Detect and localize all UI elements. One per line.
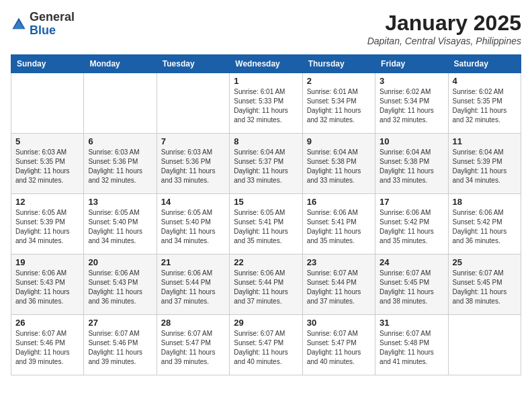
day-number: 12 [15,197,79,207]
calendar-cell: 14Sunrise: 6:05 AMSunset: 5:40 PMDayligh… [157,194,229,255]
day-info: Sunrise: 6:02 AMSunset: 5:35 PMDaylight:… [453,87,517,125]
day-info: Sunrise: 6:07 AMSunset: 5:47 PMDaylight:… [161,329,225,367]
day-number: 30 [307,318,371,328]
calendar-cell: 13Sunrise: 6:05 AMSunset: 5:40 PMDayligh… [84,194,157,255]
day-info: Sunrise: 6:07 AMSunset: 5:46 PMDaylight:… [15,329,79,367]
day-info: Sunrise: 6:06 AMSunset: 5:44 PMDaylight:… [161,269,225,306]
logo-blue-text: Blue [30,24,56,37]
calendar-cell: 30Sunrise: 6:07 AMSunset: 5:47 PMDayligh… [302,315,375,375]
col-header-thursday: Thursday [302,55,375,73]
day-info: Sunrise: 6:06 AMSunset: 5:41 PMDaylight:… [307,208,371,246]
calendar-cell: 24Sunrise: 6:07 AMSunset: 5:45 PMDayligh… [375,255,448,315]
day-number: 3 [380,76,443,86]
calendar-cell: 19Sunrise: 6:06 AMSunset: 5:43 PMDayligh… [11,255,84,315]
day-info: Sunrise: 6:05 AMSunset: 5:40 PMDaylight:… [161,208,225,246]
calendar-header-row: SundayMondayTuesdayWednesdayThursdayFrid… [11,55,521,73]
day-number: 23 [307,257,371,267]
calendar-cell: 8Sunrise: 6:04 AMSunset: 5:37 PMDaylight… [230,134,302,194]
calendar-week-row: 5Sunrise: 6:03 AMSunset: 5:35 PMDaylight… [11,134,521,194]
col-header-tuesday: Tuesday [157,55,229,73]
calendar-week-row: 19Sunrise: 6:06 AMSunset: 5:43 PMDayligh… [11,255,521,315]
day-number: 29 [234,318,298,328]
day-number: 8 [234,136,298,146]
day-number: 14 [161,197,225,207]
day-info: Sunrise: 6:04 AMSunset: 5:38 PMDaylight:… [380,148,443,185]
day-number: 17 [380,197,443,207]
day-number: 27 [88,318,152,328]
day-number: 24 [380,257,443,267]
day-number: 25 [453,257,517,267]
day-number: 13 [88,197,152,207]
calendar-cell: 6Sunrise: 6:03 AMSunset: 5:36 PMDaylight… [84,134,157,194]
day-info: Sunrise: 6:05 AMSunset: 5:40 PMDaylight:… [88,208,152,246]
calendar-cell: 2Sunrise: 6:01 AMSunset: 5:34 PMDaylight… [302,73,375,134]
day-number: 7 [161,136,225,146]
calendar-cell: 11Sunrise: 6:04 AMSunset: 5:39 PMDayligh… [448,134,521,194]
calendar-cell: 3Sunrise: 6:02 AMSunset: 5:34 PMDaylight… [375,73,448,134]
location-subtitle: Dapitan, Central Visayas, Philippines [367,36,521,46]
calendar-cell: 23Sunrise: 6:07 AMSunset: 5:44 PMDayligh… [302,255,375,315]
calendar-cell: 1Sunrise: 6:01 AMSunset: 5:33 PMDaylight… [230,73,302,134]
day-number: 4 [453,76,517,86]
day-number: 9 [307,136,371,146]
day-info: Sunrise: 6:01 AMSunset: 5:34 PMDaylight:… [307,87,371,125]
col-header-sunday: Sunday [11,55,84,73]
calendar-cell: 21Sunrise: 6:06 AMSunset: 5:44 PMDayligh… [157,255,229,315]
day-info: Sunrise: 6:02 AMSunset: 5:34 PMDaylight:… [380,87,443,125]
day-info: Sunrise: 6:03 AMSunset: 5:36 PMDaylight:… [88,148,152,185]
day-info: Sunrise: 6:07 AMSunset: 5:48 PMDaylight:… [380,329,443,367]
day-info: Sunrise: 6:07 AMSunset: 5:45 PMDaylight:… [453,269,517,306]
col-header-friday: Friday [375,55,448,73]
day-number: 16 [307,197,371,207]
day-number: 1 [234,76,298,86]
calendar-cell: 22Sunrise: 6:06 AMSunset: 5:44 PMDayligh… [230,255,302,315]
day-number: 26 [15,318,79,328]
day-info: Sunrise: 6:04 AMSunset: 5:37 PMDaylight:… [234,148,298,185]
col-header-wednesday: Wednesday [230,55,302,73]
day-info: Sunrise: 6:06 AMSunset: 5:42 PMDaylight:… [380,208,443,246]
day-number: 28 [161,318,225,328]
logo: General Blue [11,11,75,38]
logo-general-text: General [30,10,75,24]
calendar-cell [448,315,521,375]
calendar-week-row: 1Sunrise: 6:01 AMSunset: 5:33 PMDaylight… [11,73,521,134]
day-number: 19 [15,257,79,267]
calendar-cell: 10Sunrise: 6:04 AMSunset: 5:38 PMDayligh… [375,134,448,194]
day-info: Sunrise: 6:03 AMSunset: 5:36 PMDaylight:… [161,148,225,185]
calendar-cell: 20Sunrise: 6:06 AMSunset: 5:43 PMDayligh… [84,255,157,315]
col-header-saturday: Saturday [448,55,521,73]
day-info: Sunrise: 6:01 AMSunset: 5:33 PMDaylight:… [234,87,298,125]
title-block: January 2025 Dapitan, Central Visayas, P… [367,11,521,46]
day-number: 22 [234,257,298,267]
day-info: Sunrise: 6:06 AMSunset: 5:43 PMDaylight:… [15,269,79,306]
calendar-cell: 17Sunrise: 6:06 AMSunset: 5:42 PMDayligh… [375,194,448,255]
calendar-cell: 18Sunrise: 6:06 AMSunset: 5:42 PMDayligh… [448,194,521,255]
calendar-cell [84,73,157,134]
day-number: 2 [307,76,371,86]
day-info: Sunrise: 6:07 AMSunset: 5:44 PMDaylight:… [307,269,371,306]
day-number: 31 [380,318,443,328]
day-number: 20 [88,257,152,267]
day-info: Sunrise: 6:04 AMSunset: 5:38 PMDaylight:… [307,148,371,185]
calendar-cell: 12Sunrise: 6:05 AMSunset: 5:39 PMDayligh… [11,194,84,255]
calendar-cell: 28Sunrise: 6:07 AMSunset: 5:47 PMDayligh… [157,315,229,375]
calendar-week-row: 26Sunrise: 6:07 AMSunset: 5:46 PMDayligh… [11,315,521,375]
day-info: Sunrise: 6:04 AMSunset: 5:39 PMDaylight:… [453,148,517,185]
day-number: 6 [88,136,152,146]
calendar-cell: 27Sunrise: 6:07 AMSunset: 5:46 PMDayligh… [84,315,157,375]
day-info: Sunrise: 6:05 AMSunset: 5:41 PMDaylight:… [234,208,298,246]
calendar-cell: 7Sunrise: 6:03 AMSunset: 5:36 PMDaylight… [157,134,229,194]
calendar-cell: 15Sunrise: 6:05 AMSunset: 5:41 PMDayligh… [230,194,302,255]
logo-icon [11,16,27,32]
day-info: Sunrise: 6:03 AMSunset: 5:35 PMDaylight:… [15,148,79,185]
calendar-cell: 5Sunrise: 6:03 AMSunset: 5:35 PMDaylight… [11,134,84,194]
day-number: 21 [161,257,225,267]
calendar-cell: 29Sunrise: 6:07 AMSunset: 5:47 PMDayligh… [230,315,302,375]
day-info: Sunrise: 6:07 AMSunset: 5:46 PMDaylight:… [88,329,152,367]
day-info: Sunrise: 6:06 AMSunset: 5:43 PMDaylight:… [88,269,152,306]
day-info: Sunrise: 6:05 AMSunset: 5:39 PMDaylight:… [15,208,79,246]
col-header-monday: Monday [84,55,157,73]
calendar-cell: 9Sunrise: 6:04 AMSunset: 5:38 PMDaylight… [302,134,375,194]
month-title: January 2025 [367,11,521,36]
calendar-cell: 4Sunrise: 6:02 AMSunset: 5:35 PMDaylight… [448,73,521,134]
